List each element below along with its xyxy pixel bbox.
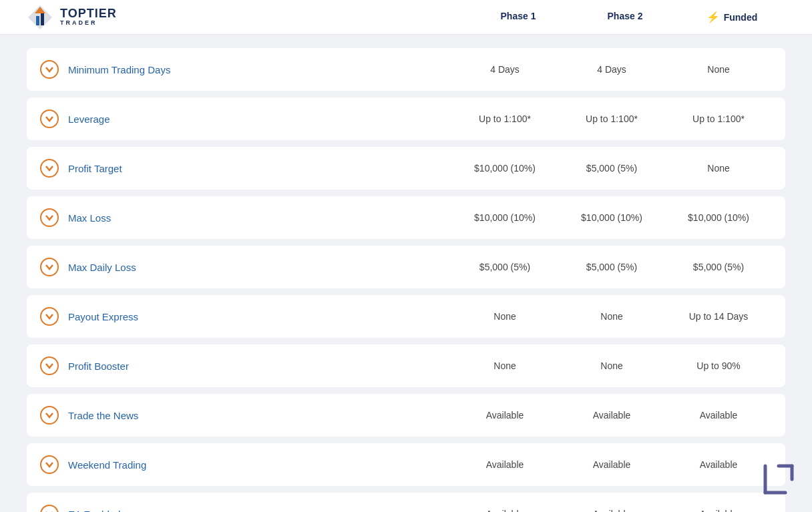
table-row: Trade the News Available Available Avail… [27, 394, 785, 437]
main-content: Minimum Trading Days 4 Days 4 Days None … [0, 35, 812, 512]
row-values: $10,000 (10%) $5,000 (5%) None [451, 163, 772, 174]
row-value-funded: $10,000 (10%) [665, 212, 772, 223]
row-label-area: Max Daily Loss [40, 258, 451, 276]
header-funded: ⚡ Funded [678, 11, 785, 23]
expand-button[interactable] [40, 307, 59, 326]
svg-rect-1 [36, 16, 39, 25]
expand-button[interactable] [40, 258, 59, 276]
row-label: Leverage [68, 113, 110, 125]
row-label: Max Loss [68, 212, 111, 224]
row-value-phase2: Up to 1:100* [558, 113, 665, 124]
row-value-phase2: 4 Days [558, 64, 665, 75]
row-value-phase1: $10,000 (10%) [451, 212, 558, 223]
chevron-down-icon [45, 263, 53, 271]
row-label-area: Profit Booster [40, 356, 451, 375]
row-values: Available Available Available [451, 410, 772, 421]
row-label-area: Minimum Trading Days [40, 60, 451, 79]
row-value-phase2: $5,000 (5%) [558, 163, 665, 174]
expand-button[interactable] [40, 208, 59, 227]
table-row: Payout Express None None Up to 14 Days [27, 295, 785, 338]
row-value-phase2: Available [558, 410, 665, 421]
row-values: 4 Days 4 Days None [451, 64, 772, 75]
row-label: Max Daily Loss [68, 262, 136, 273]
expand-button[interactable] [40, 505, 59, 512]
row-value-funded: Available [665, 459, 772, 470]
row-label-area: EA Enabled [40, 505, 451, 512]
row-value-phase2: None [558, 360, 665, 371]
row-value-phase2: $5,000 (5%) [558, 262, 665, 272]
row-value-phase2: $10,000 (10%) [558, 212, 665, 223]
row-values: Up to 1:100* Up to 1:100* Up to 1:100* [451, 113, 772, 124]
row-value-phase1: Available [451, 459, 558, 470]
row-value-phase1: Up to 1:100* [451, 113, 558, 124]
chevron-down-icon [45, 65, 53, 73]
table-row: Max Daily Loss $5,000 (5%) $5,000 (5%) $… [27, 246, 785, 288]
watermark-icon [759, 463, 799, 496]
logo-text: TOPTIER TRADER [60, 7, 117, 27]
chevron-down-icon [45, 115, 53, 123]
row-value-funded: None [665, 163, 772, 174]
row-values: None None Up to 90% [451, 360, 772, 371]
row-value-funded: Up to 14 Days [665, 311, 772, 322]
table-row: Weekend Trading Available Available Avai… [27, 443, 785, 486]
table-row: EA Enabled Available Available Available [27, 493, 785, 512]
expand-button[interactable] [40, 159, 59, 178]
logo-sub: TRADER [60, 20, 117, 27]
row-label-area: Payout Express [40, 307, 451, 326]
table-row: Profit Booster None None Up to 90% [27, 344, 785, 387]
row-value-phase2: None [558, 311, 665, 322]
logo-main: TOPTIER [60, 7, 117, 21]
watermark [759, 463, 799, 499]
row-value-funded: None [665, 64, 772, 75]
row-value-phase1: $5,000 (5%) [451, 262, 558, 272]
table-row: Profit Target $10,000 (10%) $5,000 (5%) … [27, 147, 785, 190]
table-row: Max Loss $10,000 (10%) $10,000 (10%) $10… [27, 196, 785, 239]
row-value-phase1: Available [451, 410, 558, 421]
row-label-area: Max Loss [40, 208, 451, 227]
header-phase2: Phase 2 [572, 11, 678, 23]
row-value-phase2: Available [558, 509, 665, 512]
header: TOPTIER TRADER Phase 1 Phase 2 ⚡ Funded [0, 0, 812, 35]
expand-button[interactable] [40, 60, 59, 79]
row-values: Available Available Available [451, 459, 772, 470]
row-label-area: Leverage [40, 109, 451, 128]
chevron-down-icon [45, 362, 53, 370]
table-row: Leverage Up to 1:100* Up to 1:100* Up to… [27, 97, 785, 140]
row-values: $5,000 (5%) $5,000 (5%) $5,000 (5%) [451, 262, 772, 272]
header-columns: Phase 1 Phase 2 ⚡ Funded [465, 11, 785, 23]
row-label-area: Weekend Trading [40, 455, 451, 474]
svg-rect-2 [41, 12, 44, 25]
logo-area: TOPTIER TRADER [27, 4, 465, 31]
row-value-phase1: None [451, 360, 558, 371]
comparison-table: Minimum Trading Days 4 Days 4 Days None … [27, 48, 785, 512]
row-label: Payout Express [68, 311, 138, 322]
expand-button[interactable] [40, 109, 59, 128]
logo-icon [27, 4, 53, 31]
row-label: Weekend Trading [68, 459, 146, 471]
header-phase1: Phase 1 [465, 11, 572, 23]
funded-icon: ⚡ [706, 11, 720, 23]
expand-button[interactable] [40, 406, 59, 425]
row-label-area: Trade the News [40, 406, 451, 425]
row-value-phase1: Available [451, 509, 558, 512]
chevron-down-icon [45, 411, 53, 419]
row-value-phase1: 4 Days [451, 64, 558, 75]
chevron-down-icon [45, 312, 53, 320]
row-label: Profit Booster [68, 360, 129, 372]
row-value-funded: Available [665, 509, 772, 512]
row-values: None None Up to 14 Days [451, 311, 772, 322]
row-value-funded: Up to 1:100* [665, 113, 772, 124]
chevron-down-icon [45, 164, 53, 172]
row-values: $10,000 (10%) $10,000 (10%) $10,000 (10%… [451, 212, 772, 223]
expand-button[interactable] [40, 356, 59, 375]
chevron-down-icon [45, 214, 53, 222]
row-label: Trade the News [68, 410, 138, 421]
expand-button[interactable] [40, 455, 59, 474]
row-value-funded: Up to 90% [665, 360, 772, 371]
row-values: Available Available Available [451, 509, 772, 512]
row-value-phase1: None [451, 311, 558, 322]
chevron-down-icon [45, 461, 53, 469]
row-value-funded: Available [665, 410, 772, 421]
row-label: Profit Target [68, 163, 122, 174]
table-row: Minimum Trading Days 4 Days 4 Days None [27, 48, 785, 91]
